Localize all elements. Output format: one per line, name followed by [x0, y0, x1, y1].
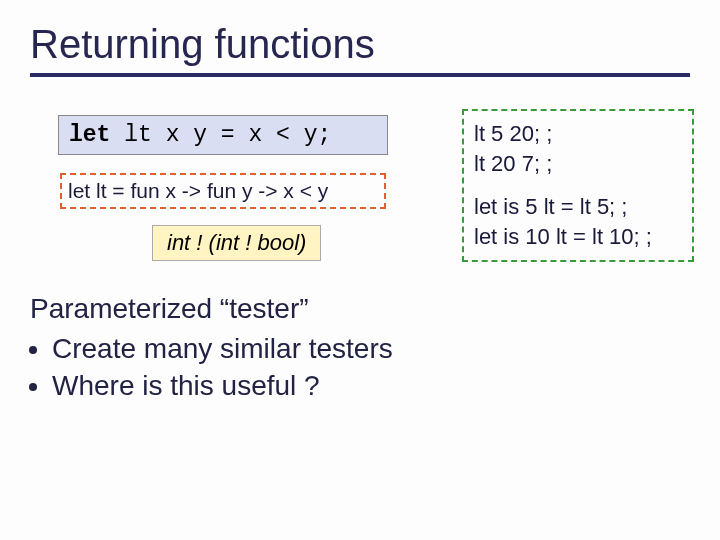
body-text: Parameterized “tester” Create many simil…: [30, 291, 393, 404]
title-underline: [30, 73, 690, 77]
code-definition-box: let lt x y = x < y;: [58, 115, 388, 155]
desugared-box: let lt = fun x -> fun y -> x < y: [60, 173, 386, 209]
spacer: [474, 178, 688, 192]
body-bullets: Create many similar testers Where is thi…: [30, 331, 393, 404]
example-line: let is 5 lt = lt 5; ;: [474, 192, 688, 222]
bullet-item: Create many similar testers: [52, 331, 393, 367]
examples-box: lt 5 20; ; lt 20 7; ; let is 5 lt = lt 5…: [462, 109, 694, 262]
example-line: lt 5 20; ;: [474, 119, 688, 149]
slide-title: Returning functions: [30, 22, 690, 67]
code-keyword: let: [69, 122, 110, 148]
content-area: let lt x y = x < y; let lt = fun x -> fu…: [30, 101, 690, 501]
body-heading: Parameterized “tester”: [30, 291, 393, 327]
type-signature-box: int ! (int ! bool): [152, 225, 321, 261]
code-rest: lt x y = x < y;: [110, 122, 331, 148]
bullet-item: Where is this useful ?: [52, 368, 393, 404]
slide: Returning functions let lt x y = x < y; …: [0, 0, 720, 540]
example-line: lt 20 7; ;: [474, 149, 688, 179]
example-line: let is 10 lt = lt 10; ;: [474, 222, 688, 252]
